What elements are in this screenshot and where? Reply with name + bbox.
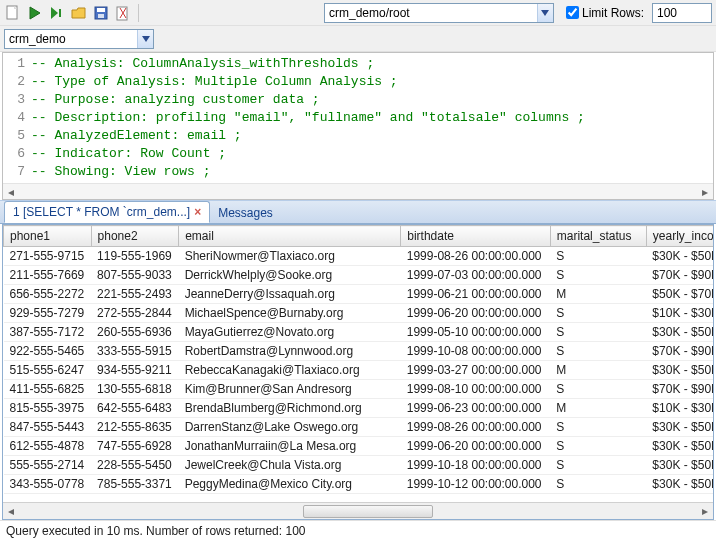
table-row[interactable]: 515-555-6247934-555-9211RebeccaKanagaki@…: [4, 361, 714, 380]
svg-rect-6: [98, 14, 104, 18]
column-header[interactable]: phone1: [4, 226, 92, 247]
column-header[interactable]: yearly_incom: [646, 226, 713, 247]
table-row[interactable]: 656-555-2272221-555-2493JeanneDerry@Issa…: [4, 285, 714, 304]
scrollbar-thumb[interactable]: [303, 505, 433, 518]
run-icon[interactable]: [26, 4, 44, 22]
column-header[interactable]: marital_status: [550, 226, 646, 247]
table-row[interactable]: 411-555-6825130-555-6818Kim@Brunner@San …: [4, 380, 714, 399]
table-cell: $10K - $30K: [646, 304, 713, 323]
table-row[interactable]: 555-555-2714228-555-5450JewelCreek@Chula…: [4, 456, 714, 475]
database-combo-text: crm_demo: [5, 31, 137, 47]
table-cell: 1999-06-20 00:00:00.000: [401, 437, 551, 456]
status-bar: Query executed in 10 ms. Number of rows …: [0, 520, 716, 540]
svg-marker-9: [142, 36, 150, 42]
table-cell: 1999-06-23 00:00:00.000: [401, 399, 551, 418]
scroll-left-icon[interactable]: ◂: [3, 185, 19, 199]
table-cell: 211-555-7669: [4, 266, 92, 285]
clear-icon[interactable]: [114, 4, 132, 22]
database-combo[interactable]: crm_demo: [4, 29, 154, 49]
tab-messages-label: Messages: [218, 206, 273, 220]
scroll-right-icon[interactable]: ▸: [697, 185, 713, 199]
table-cell: $30K - $50K: [646, 437, 713, 456]
table-row[interactable]: 612-555-4878747-555-6928JonathanMurraiin…: [4, 437, 714, 456]
column-header[interactable]: email: [179, 226, 401, 247]
table-cell: Kim@Brunner@San Andresorg: [179, 380, 401, 399]
line-number: 6: [3, 145, 31, 163]
column-header[interactable]: birthdate: [401, 226, 551, 247]
grid-horizontal-scrollbar[interactable]: ◂ ▸: [3, 502, 713, 519]
code-text: -- Indicator: Row Count ;: [31, 145, 226, 163]
scroll-right-icon[interactable]: ▸: [697, 504, 713, 518]
table-cell: 1999-06-20 00:00:00.000: [401, 304, 551, 323]
limit-rows-input[interactable]: [652, 3, 712, 23]
limit-rows-check-input[interactable]: [566, 6, 579, 19]
table-row[interactable]: 929-555-7279272-555-2844MichaelSpence@Bu…: [4, 304, 714, 323]
result-grid-pane: phone1phone2emailbirthdatemarital_status…: [2, 224, 714, 520]
table-cell: S: [550, 437, 646, 456]
save-icon[interactable]: [92, 4, 110, 22]
table-cell: $70K - $90K: [646, 266, 713, 285]
connection-combo[interactable]: crm_demo/root: [324, 3, 554, 23]
svg-rect-5: [97, 8, 105, 12]
sql-editor[interactable]: 1-- Analysis: ColumnAnalysis_withThresho…: [3, 53, 713, 183]
run-arrow-icon[interactable]: [48, 4, 66, 22]
chevron-down-icon[interactable]: [137, 30, 153, 48]
table-cell: $30K - $50K: [646, 418, 713, 437]
table-cell: 656-555-2272: [4, 285, 92, 304]
second-toolbar: crm_demo: [0, 26, 716, 52]
table-cell: $30K - $50K: [646, 456, 713, 475]
table-cell: 555-555-2714: [4, 456, 92, 475]
svg-rect-3: [59, 9, 61, 17]
table-cell: 807-555-9033: [91, 266, 179, 285]
table-cell: MayaGutierrez@Novato.org: [179, 323, 401, 342]
editor-line: 4-- Description: profiling "email", "ful…: [3, 109, 713, 127]
editor-line: 6-- Indicator: Row Count ;: [3, 145, 713, 163]
scroll-left-icon[interactable]: ◂: [3, 504, 19, 518]
table-cell: MichaelSpence@Burnaby.org: [179, 304, 401, 323]
table-cell: $30K - $50K: [646, 247, 713, 266]
table-row[interactable]: 271-555-9715119-555-1969SheriNowmer@Tlax…: [4, 247, 714, 266]
table-cell: JewelCreek@Chula Vista.org: [179, 456, 401, 475]
tab-result[interactable]: 1 [SELECT * FROM `crm_dem...] ×: [4, 201, 210, 223]
table-cell: RobertDamstra@Lynnwood.org: [179, 342, 401, 361]
table-row[interactable]: 387-555-7172260-555-6936MayaGutierrez@No…: [4, 323, 714, 342]
table-row[interactable]: 343-555-0778785-555-3371PeggyMedina@Mexi…: [4, 475, 714, 494]
table-cell: 119-555-1969: [91, 247, 179, 266]
table-row[interactable]: 211-555-7669807-555-9033DerrickWhelply@S…: [4, 266, 714, 285]
table-cell: 271-555-9715: [4, 247, 92, 266]
table-cell: BrendaBlumberg@Richmond.org: [179, 399, 401, 418]
table-cell: $30K - $50K: [646, 475, 713, 494]
editor-horizontal-scrollbar[interactable]: ◂ ▸: [3, 183, 713, 199]
result-grid-scroll[interactable]: phone1phone2emailbirthdatemarital_status…: [3, 225, 713, 502]
column-header[interactable]: phone2: [91, 226, 179, 247]
svg-marker-1: [30, 7, 40, 19]
table-cell: 515-555-6247: [4, 361, 92, 380]
table-cell: 272-555-2844: [91, 304, 179, 323]
table-cell: S: [550, 266, 646, 285]
table-cell: S: [550, 380, 646, 399]
limit-rows-checkbox[interactable]: Limit Rows:: [566, 6, 644, 20]
line-number: 5: [3, 127, 31, 145]
table-cell: 221-555-2493: [91, 285, 179, 304]
editor-line: 7-- Showing: View rows ;: [3, 163, 713, 181]
line-number: 2: [3, 73, 31, 91]
table-row[interactable]: 847-555-5443212-555-8635DarrenStanz@Lake…: [4, 418, 714, 437]
close-icon[interactable]: ×: [194, 205, 201, 219]
editor-line: 3-- Purpose: analyzing customer data ;: [3, 91, 713, 109]
toolbar-separator: [138, 4, 139, 22]
status-text: Query executed in 10 ms. Number of rows …: [6, 524, 305, 538]
open-icon[interactable]: [70, 4, 88, 22]
chevron-down-icon[interactable]: [537, 4, 553, 22]
table-row[interactable]: 815-555-3975642-555-6483BrendaBlumberg@R…: [4, 399, 714, 418]
table-cell: JonathanMurraiin@La Mesa.org: [179, 437, 401, 456]
table-row[interactable]: 922-555-5465333-555-5915RobertDamstra@Ly…: [4, 342, 714, 361]
table-cell: S: [550, 475, 646, 494]
table-cell: 1999-10-12 00:00:00.000: [401, 475, 551, 494]
new-sql-icon[interactable]: [4, 4, 22, 22]
table-cell: $30K - $50K: [646, 361, 713, 380]
table-cell: DarrenStanz@Lake Oswego.org: [179, 418, 401, 437]
table-cell: 411-555-6825: [4, 380, 92, 399]
table-cell: 1999-10-08 00:00:00.000: [401, 342, 551, 361]
top-toolbar: crm_demo/root Limit Rows:: [0, 0, 716, 26]
tab-messages[interactable]: Messages: [210, 203, 281, 223]
